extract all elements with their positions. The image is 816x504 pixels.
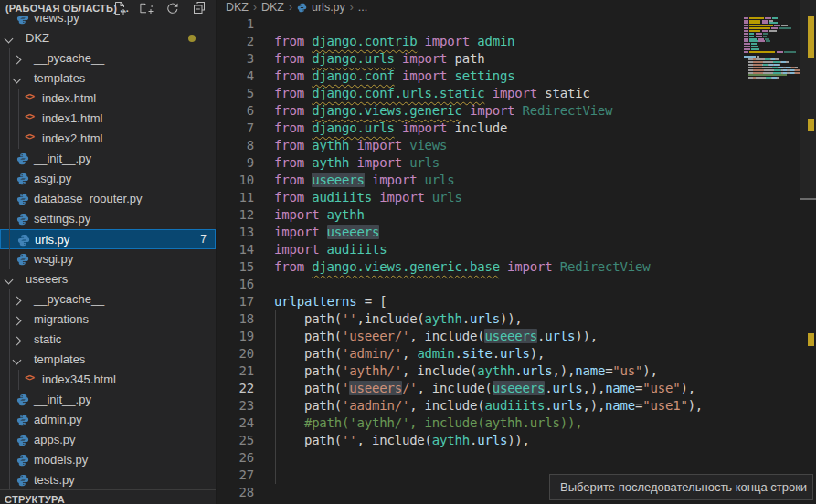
tree-item-pycache[interactable]: __pycache__	[0, 48, 216, 68]
code-line-21[interactable]: 21 path('aythh/', include(aythh.urls,),n…	[217, 362, 742, 380]
tree-item-apps-py[interactable]: apps.py	[0, 430, 216, 450]
token	[304, 190, 312, 205]
tree-item-label: tests.py	[34, 473, 75, 487]
line-number[interactable]: 11	[217, 189, 254, 206]
line-number[interactable]: 2	[217, 33, 254, 50]
tree-item-templates[interactable]: templates	[0, 350, 216, 370]
line-number[interactable]: 24	[217, 415, 254, 432]
line-number[interactable]: 9	[217, 154, 254, 172]
code-line-2[interactable]: 2from django.contrib import admin	[217, 33, 742, 50]
code-line-20[interactable]: 20 path('admin/', admin.site.urls),	[217, 345, 742, 362]
code-line-15[interactable]: 15from django.views.generic.base import …	[217, 258, 742, 276]
code-line-23[interactable]: 23 path('aadmin/', include(audiiits.urls…	[217, 397, 742, 415]
code-line-14[interactable]: 14import audiiits	[217, 241, 742, 258]
line-number[interactable]: 10	[217, 172, 254, 189]
line-number[interactable]: 18	[217, 310, 254, 328]
line-number[interactable]: 5	[217, 85, 254, 102]
tree-item-tests-py[interactable]: tests.py	[0, 470, 216, 490]
line-number[interactable]: 19	[217, 328, 254, 345]
tree-item-templates[interactable]: templates	[0, 68, 216, 89]
new-file-icon[interactable]	[112, 1, 127, 16]
code-line-19[interactable]: 19 path('useeer/', include(useeers.urls)…	[217, 328, 742, 345]
code-line-3[interactable]: 3from django.urls import path	[217, 50, 742, 68]
code-line-7[interactable]: 7from django.urls import include	[217, 120, 742, 137]
tree-item-index-html[interactable]: <>index.html	[0, 89, 216, 109]
code-line-13[interactable]: 13import useeers	[217, 224, 742, 241]
tree-item-wsgi-py[interactable]: wsgi.py	[0, 249, 216, 269]
new-folder-icon[interactable]	[139, 1, 154, 16]
line-number[interactable]: 3	[217, 50, 254, 68]
code-line-16[interactable]: 16	[217, 276, 742, 293]
code-area[interactable]: 12from django.contrib import admin3from …	[217, 0, 742, 504]
tree-item-dkz[interactable]: DKZ	[0, 28, 216, 48]
line-number[interactable]: 26	[217, 449, 254, 467]
tooltip-text: Выберите последовательность конца строки	[550, 475, 812, 499]
explorer-section-header[interactable]: (РАБОЧАЯ ОБЛАСТЬ) ...	[0, 0, 216, 16]
outline-section-header[interactable]: СТРУКТУРА	[0, 489, 216, 504]
code-line-6[interactable]: 6from django.views.generic import Redire…	[217, 102, 742, 120]
tree-item-database-roouter-py[interactable]: database_roouter.py	[0, 189, 216, 209]
line-number[interactable]: 4	[217, 68, 254, 85]
tree-item-index2-html[interactable]: <>index2.html	[0, 129, 216, 149]
overview-ruler[interactable]	[800, 0, 816, 504]
code-line-8[interactable]: 8from aythh import views	[217, 137, 742, 154]
chevron-down-icon	[5, 35, 14, 44]
code-line-4[interactable]: 4from django.conf import settings	[217, 68, 742, 85]
token: from	[274, 103, 304, 118]
token	[319, 207, 326, 222]
tree-item-init-py[interactable]: __init__.py	[0, 390, 216, 410]
code-line-24[interactable]: 24 #path('aythh/', include(aythh.urls)),	[217, 415, 742, 432]
tree-item-settings-py[interactable]: settings.py	[0, 209, 216, 229]
collapse-all-icon[interactable]	[192, 1, 207, 16]
code-line-9[interactable]: 9from aythh import urls	[217, 154, 742, 172]
outline-label: СТРУКТУРА	[0, 493, 65, 504]
minimap[interactable]	[742, 0, 800, 504]
line-number[interactable]: 16	[217, 276, 254, 293]
tree-item-index345-html[interactable]: <>index345.html	[0, 370, 216, 390]
line-content: from django.views.generic.base import Re…	[274, 258, 650, 276]
line-number[interactable]: 27	[217, 467, 254, 484]
minimap-line	[744, 56, 759, 58]
code-line-22[interactable]: 22 path('useeers/', include(useeers.urls…	[217, 380, 742, 397]
tree-item-asgi-py[interactable]: asgi.py	[0, 169, 216, 189]
line-number[interactable]: 7	[217, 120, 254, 137]
code-line-12[interactable]: 12import aythh	[217, 206, 742, 224]
line-number[interactable]: 17	[217, 293, 254, 310]
tree-item-models-py[interactable]: models.py	[0, 450, 216, 470]
code-line-10[interactable]: 10from useeers import urls	[217, 172, 742, 189]
token: ),	[642, 363, 657, 378]
tree-item-migrations[interactable]: migrations	[0, 310, 216, 330]
tree-item-static[interactable]: static	[0, 330, 216, 350]
tree-item-init-py[interactable]: __init__.py	[0, 149, 216, 169]
tree-item-label: database_roouter.py	[34, 192, 143, 205]
code-line-11[interactable]: 11from audiiits import urls	[217, 189, 742, 206]
tree-item-admin-py[interactable]: admin.py	[0, 410, 216, 430]
tree-item-urls-py[interactable]: urls.py7	[0, 229, 216, 249]
line-number[interactable]: 13	[217, 224, 254, 241]
line-number[interactable]: 1	[217, 16, 254, 33]
line-number[interactable]: 14	[217, 241, 254, 258]
code-line-18[interactable]: 18 path('',include(aythh.urls)),	[217, 310, 742, 328]
tree-item-useeers[interactable]: useeers	[0, 269, 216, 289]
line-content: import audiiits	[274, 241, 387, 258]
line-number[interactable]: 21	[217, 362, 254, 380]
code-line-26[interactable]: 26	[217, 449, 742, 467]
code-line-17[interactable]: 17urlpatterns = [	[217, 293, 742, 310]
line-number[interactable]: 28	[217, 484, 254, 501]
code-line-25[interactable]: 25 path('', include(aythh.urls)),	[217, 432, 742, 449]
refresh-icon[interactable]	[165, 1, 180, 16]
tree-item-label: static	[34, 332, 61, 346]
code-line-5[interactable]: 5from django.conf.urls.static import sta…	[217, 85, 742, 102]
line-number[interactable]: 22	[217, 380, 254, 397]
line-number[interactable]: 8	[217, 137, 254, 154]
tree-item-index1-html[interactable]: <>index1.html	[0, 109, 216, 129]
code-line-1[interactable]: 1	[217, 16, 742, 33]
line-number[interactable]: 15	[217, 258, 254, 276]
line-number[interactable]: 23	[217, 397, 254, 415]
line-number[interactable]: 12	[217, 206, 254, 224]
tree-item-pycache[interactable]: __pycache__	[0, 289, 216, 310]
line-number[interactable]: 6	[217, 102, 254, 120]
line-number[interactable]: 25	[217, 432, 254, 449]
line-number[interactable]: 20	[217, 345, 254, 362]
minimap-line	[744, 17, 778, 19]
